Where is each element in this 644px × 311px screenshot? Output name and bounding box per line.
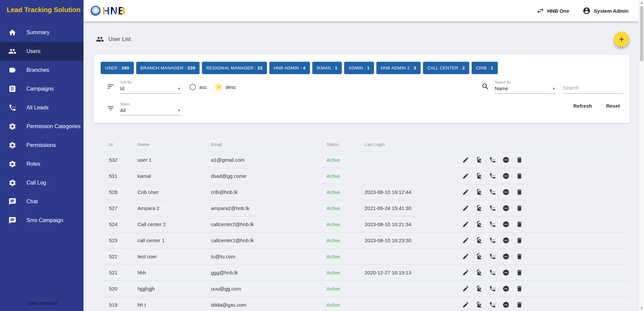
phone-dots-icon[interactable] (489, 189, 496, 196)
account-menu-button[interactable]: System Admin (583, 7, 629, 15)
no-encryption-icon[interactable] (476, 285, 483, 292)
phone-dots-icon[interactable] (489, 221, 496, 228)
scroll-down-icon[interactable]: ▼ (639, 306, 644, 311)
delete-icon[interactable] (516, 253, 523, 260)
phone-dots-icon[interactable] (489, 301, 496, 308)
sort-desc-radio[interactable]: desc (216, 84, 236, 90)
role-count-chip[interactable]: BRANCH MANAGER : 239 (136, 62, 200, 74)
delete-icon[interactable] (516, 172, 523, 179)
delete-icon[interactable] (516, 285, 523, 292)
gear-icon (8, 179, 16, 187)
sidebar-item[interactable]: Roles (0, 155, 84, 173)
delete-icon[interactable] (516, 237, 523, 244)
switch-app-button[interactable]: HNB One (536, 7, 570, 15)
role-count-chip[interactable]: HNB ADMIN : 4 (269, 62, 310, 74)
reset-button[interactable]: Reset (603, 100, 623, 111)
phone-dots-icon[interactable] (489, 237, 496, 244)
edit-icon[interactable] (462, 253, 469, 260)
remove-circle-icon[interactable] (502, 237, 509, 244)
role-count-chip[interactable]: ADMIN : 1 (344, 62, 374, 74)
cell-last-login: 2023-08-10 16:12:44 (365, 189, 462, 195)
sidebar-item[interactable]: Summary (0, 23, 84, 42)
scroll-up-icon[interactable]: ▲ (639, 0, 644, 5)
remove-circle-icon[interactable] (502, 269, 509, 276)
delete-icon[interactable] (516, 189, 523, 196)
role-count-chip[interactable]: REGIONAL MANAGER : 22 (202, 62, 267, 74)
sort-asc-radio[interactable]: asc (190, 84, 207, 90)
scrollbar-thumb[interactable] (640, 6, 643, 61)
table-row: 531 kamal dsad@gg.come Active (99, 168, 630, 184)
sidebar-item[interactable]: All Leads (0, 98, 84, 117)
no-encryption-icon[interactable] (476, 189, 483, 196)
no-encryption-icon[interactable] (476, 237, 483, 244)
edit-icon[interactable] (462, 285, 469, 292)
phone-dots-icon[interactable] (489, 269, 496, 276)
edit-icon[interactable] (462, 156, 469, 163)
topbar: HNB HNB One System Admin (84, 0, 639, 21)
phone-dots-icon[interactable] (489, 205, 496, 212)
hnb-emblem-icon (91, 6, 101, 16)
status-select[interactable]: Status All▾ (120, 102, 181, 115)
role-count-chip[interactable]: IKMAN : 1 (312, 62, 342, 74)
delete-icon[interactable] (516, 221, 523, 228)
edit-icon[interactable] (462, 205, 469, 212)
sidebar-item[interactable]: Branches (0, 61, 84, 80)
cell-id: 521 (109, 270, 138, 275)
edit-icon[interactable] (462, 221, 469, 228)
no-encryption-icon[interactable] (476, 253, 483, 260)
sidebar-item[interactable]: Call Log (0, 173, 84, 192)
search-by-select[interactable]: Search By Name▾ (495, 80, 555, 94)
edit-icon[interactable] (462, 189, 469, 196)
add-user-fab[interactable]: + (614, 32, 629, 47)
remove-circle-icon[interactable] (502, 156, 509, 163)
remove-circle-icon[interactable] (502, 189, 509, 196)
delete-icon[interactable] (516, 301, 523, 308)
search-input[interactable] (563, 85, 623, 94)
sidebar-item[interactable]: Sms Campaign (0, 211, 84, 230)
remove-circle-icon[interactable] (502, 301, 509, 308)
delete-icon[interactable] (516, 156, 523, 163)
remove-circle-icon[interactable] (502, 172, 509, 179)
remove-circle-icon[interactable] (502, 285, 509, 292)
delete-icon[interactable] (516, 205, 523, 212)
cell-id: 528 (109, 189, 138, 195)
table-row: 532 user 1 a1@gmail.com Active (99, 152, 630, 168)
sidebar-item[interactable]: Users (0, 42, 84, 61)
table-row: 528 Crib User crib@hnb.lk Active 2023-08… (99, 184, 630, 200)
phone-dots-icon[interactable] (489, 172, 496, 179)
role-count-chip[interactable]: CRIB : 1 (472, 62, 498, 74)
remove-circle-icon[interactable] (502, 253, 509, 260)
sidebar-item[interactable]: Chat (0, 192, 84, 211)
no-encryption-icon[interactable] (476, 269, 483, 276)
edit-icon[interactable] (462, 172, 469, 179)
chip-label: USER (105, 65, 117, 70)
remove-circle-icon[interactable] (502, 205, 509, 212)
no-encryption-icon[interactable] (476, 301, 483, 308)
delete-icon[interactable] (516, 269, 523, 276)
gear-icon (8, 122, 16, 131)
edit-icon[interactable] (462, 301, 469, 308)
no-encryption-icon[interactable] (476, 172, 483, 179)
no-encryption-icon[interactable] (476, 156, 483, 163)
refresh-button[interactable]: Refresh (570, 100, 595, 111)
edit-icon[interactable] (462, 237, 469, 244)
role-count-chip[interactable]: USER : 260 (101, 62, 134, 74)
page-scrollbar[interactable]: ▲ ▼ (639, 0, 644, 311)
role-count-chip[interactable]: CALL CENTER : 2 (423, 62, 469, 74)
user-group-icon (96, 35, 104, 43)
no-encryption-icon[interactable] (476, 205, 483, 212)
sidebar-item[interactable]: Permissions (0, 136, 84, 155)
role-count-chip[interactable]: HNB ADMIN 2 : 3 (376, 62, 421, 74)
phone-dots-icon[interactable] (489, 156, 496, 163)
no-encryption-icon[interactable] (476, 221, 483, 228)
user-manual-link[interactable]: User manual (0, 300, 84, 306)
remove-circle-icon[interactable] (502, 221, 509, 228)
edit-icon[interactable] (462, 269, 469, 276)
phone-dots-icon[interactable] (489, 285, 496, 292)
sort-by-select[interactable]: Sort By Id▾ (120, 80, 181, 94)
phone-dots-icon[interactable] (489, 253, 496, 260)
status-badge: Active (326, 221, 365, 227)
sidebar-item[interactable]: Campaigns (0, 80, 84, 98)
chip-count: 1 (491, 65, 493, 70)
sidebar-item[interactable]: Permission Categories (0, 117, 84, 136)
